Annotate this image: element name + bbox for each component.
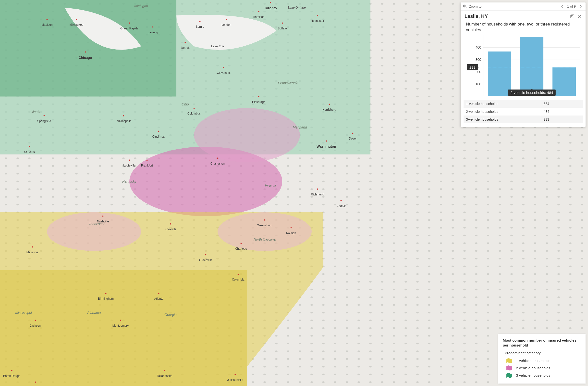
zoom-to-button[interactable]: Zoom to <box>463 4 482 8</box>
table-row: 3-vehicle households233 <box>463 115 583 123</box>
city-marker <box>340 200 342 201</box>
city-marker <box>103 216 104 217</box>
city-marker <box>32 247 33 248</box>
feature-popup: Zoom to 1 of 9 Leslie, KY <box>461 2 586 127</box>
y-axis-tick: 200 <box>466 70 481 74</box>
city-marker <box>329 104 330 105</box>
pager-text: 1 of 9 <box>567 4 576 8</box>
chart-tooltip: 2-vehicle households: 484 <box>508 90 555 96</box>
legend-swatch <box>506 358 513 363</box>
city-marker <box>170 223 171 224</box>
city-marker <box>164 370 165 371</box>
legend-label: 1 vehicle households <box>516 359 550 363</box>
city-marker <box>105 293 106 294</box>
city-marker <box>226 19 227 20</box>
table-row: 1-vehicle households364 <box>463 100 583 108</box>
city-marker <box>147 160 148 161</box>
chart-bar[interactable] <box>488 51 511 96</box>
y-axis-tick: 300 <box>466 58 481 62</box>
city-marker <box>235 374 236 375</box>
legend-panel: Most common number of insured vehicles p… <box>498 334 586 384</box>
legend-title: Most common number of insured vehicles p… <box>503 338 581 347</box>
attr-label: 1-vehicle households <box>463 100 541 108</box>
attr-value: 233 <box>541 115 583 123</box>
city-marker <box>185 42 186 43</box>
city-marker <box>264 220 265 221</box>
city-marker <box>35 382 36 383</box>
city-marker <box>76 19 77 20</box>
y-axis-tick: 100 <box>466 82 481 86</box>
city-marker <box>241 243 242 244</box>
attributes-table: 1-vehicle households3642-vehicle househo… <box>463 100 583 123</box>
city-marker <box>158 131 160 132</box>
attr-label: 2-vehicle households <box>463 108 541 115</box>
svg-point-6 <box>194 108 300 162</box>
svg-point-9 <box>47 212 141 251</box>
attr-value: 484 <box>541 108 583 115</box>
city-marker <box>35 320 36 321</box>
city-marker <box>123 115 124 116</box>
legend-item: 2 vehicle households <box>506 365 581 371</box>
city-marker <box>317 15 318 16</box>
city-marker <box>199 21 201 22</box>
zoom-in-icon <box>463 4 467 8</box>
svg-rect-16 <box>572 15 574 17</box>
legend-subtitle: Predominant category <box>505 351 581 355</box>
city-marker <box>158 293 160 294</box>
attr-value: 364 <box>541 100 583 108</box>
city-marker <box>223 67 224 68</box>
svg-rect-8 <box>0 270 247 386</box>
y-axis-tick: 400 <box>466 45 481 49</box>
zoom-to-label: Zoom to <box>469 4 482 8</box>
city-marker <box>270 2 271 3</box>
svg-line-12 <box>465 7 467 8</box>
popup-subtitle: Number of households with one, two, or t… <box>461 21 586 35</box>
city-marker <box>44 115 45 116</box>
city-marker <box>205 254 207 255</box>
city-marker <box>152 26 154 28</box>
city-marker <box>29 146 30 147</box>
city-marker <box>317 189 318 190</box>
city-marker <box>11 370 13 371</box>
svg-point-10 <box>218 212 312 251</box>
city-marker <box>129 23 130 24</box>
prev-feature-button[interactable] <box>560 4 565 9</box>
city-marker <box>85 51 86 53</box>
legend-swatch <box>506 365 513 371</box>
city-marker <box>258 11 259 12</box>
legend-swatch <box>506 372 513 378</box>
close-icon[interactable] <box>578 15 582 18</box>
city-marker <box>282 23 283 24</box>
city-marker <box>129 160 130 161</box>
city-marker <box>352 133 354 134</box>
chart-guide-label: 233 <box>467 64 478 70</box>
legend-item: 1 vehicle households <box>506 358 581 363</box>
city-marker <box>326 140 327 141</box>
dock-icon[interactable] <box>570 15 574 18</box>
city-marker <box>238 273 239 275</box>
legend-item: 3 vehicle households <box>506 372 581 378</box>
next-feature-button[interactable] <box>578 4 583 9</box>
bar-chart[interactable]: 1002003004002-vehicle households: 484233 <box>466 35 580 96</box>
chart-bar[interactable] <box>552 68 576 96</box>
legend-label: 3 vehicle households <box>516 373 550 377</box>
city-marker <box>46 19 48 20</box>
attr-label: 3-vehicle households <box>463 115 541 123</box>
table-row: 2-vehicle households484 <box>463 108 583 115</box>
popup-title: Leslie, KY <box>464 14 488 19</box>
city-marker <box>193 107 195 109</box>
legend-label: 2 vehicle households <box>516 366 550 370</box>
city-marker <box>120 320 121 321</box>
city-marker <box>291 227 292 228</box>
popup-header: Zoom to 1 of 9 <box>461 2 586 11</box>
city-marker <box>258 96 259 97</box>
city-marker <box>217 158 218 159</box>
svg-rect-15 <box>571 15 573 18</box>
